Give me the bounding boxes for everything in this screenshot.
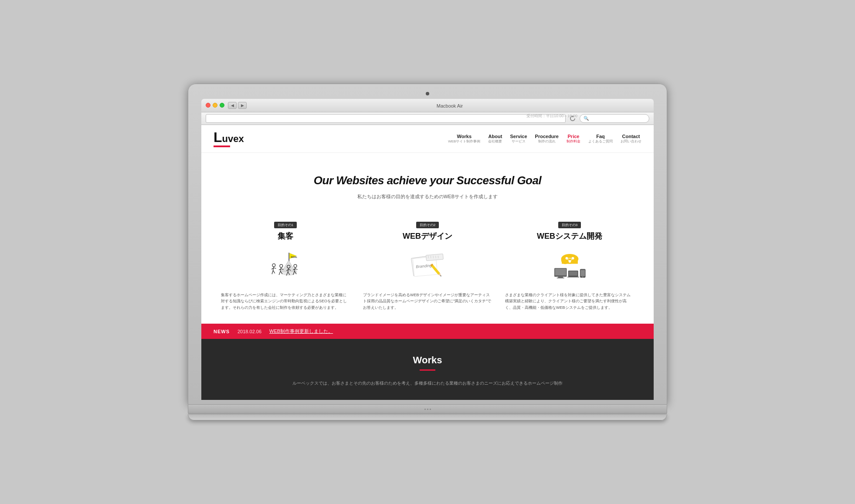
browser-titlebar: ◀ ▶ Macbook Air: [201, 99, 654, 112]
hero-title: Our Websites achieve your Successful Goa…: [210, 174, 645, 187]
nav-contact[interactable]: Contact お問い合わせ: [621, 134, 641, 144]
svg-line-13: [279, 271, 280, 275]
feature-2-title: WEBデザイン: [361, 231, 494, 241]
news-link[interactable]: WEB制作事例更新しました。: [269, 328, 333, 335]
address-bar[interactable]: [206, 114, 566, 123]
svg-rect-55: [556, 278, 564, 278]
works-section: Works ルーベックスでは、お客さまとその先のお客様のためを考え、多種多様にわ…: [201, 339, 654, 400]
feature-3-icon: [503, 247, 636, 286]
features-section: 目的その1 集客 GOAL: [201, 216, 654, 324]
svg-rect-53: [555, 269, 566, 276]
logo-bar: [214, 145, 230, 147]
logo-uvex: uvex: [222, 133, 244, 145]
laptop-base: [188, 414, 667, 420]
feature-3-desc: さまざまな業種のクライアント様を対象に提供してきた豊富なシステム構築実績と経験に…: [503, 292, 636, 311]
feature-2-badge: 目的その2: [416, 222, 439, 228]
svg-point-23: [294, 265, 297, 268]
camera-dot: [426, 92, 429, 95]
logo-area[interactable]: L uvex: [214, 130, 244, 147]
hero-section: Our Websites achieve your Successful Goa…: [201, 153, 654, 216]
works-description: ルーベックスでは、お客さまとその先のお客様のためを考え、多種多様にわたる業種のお…: [214, 379, 641, 387]
traffic-lights: [206, 103, 224, 108]
svg-line-7: [272, 271, 273, 274]
site-header: L uvex Works WEBサイト制作事例 About: [201, 125, 654, 153]
reception-notice: 受付時間：平日10:00～19:00: [526, 113, 577, 119]
nav-price[interactable]: Price 制作料金: [567, 134, 580, 144]
news-date: 2018.02.06: [238, 329, 261, 334]
svg-rect-57: [569, 271, 577, 276]
nav-service[interactable]: Service サービス: [510, 134, 527, 144]
feature-1-icon: GOAL: [219, 247, 352, 286]
svg-point-11: [279, 265, 282, 268]
svg-point-47: [571, 257, 574, 260]
svg-rect-31: [426, 254, 443, 261]
feature-2-icon: Branding: [361, 247, 494, 286]
svg-point-5: [272, 264, 275, 267]
laptop-bottom-bar: [188, 405, 667, 414]
maximize-button[interactable]: [220, 103, 224, 108]
svg-point-61: [582, 277, 583, 278]
laptop-shell: ◀ ▶ Macbook Air 受付時間：平日10:00～19:00: [188, 84, 667, 420]
news-bar: NEWS 2018.02.06 WEB制作事例更新しました。: [201, 324, 654, 339]
feature-col-2: 目的その2 WEBデザイン: [361, 220, 494, 311]
feature-3-title: WEBシステム開発: [503, 231, 636, 241]
feature-1-title: 集客: [219, 231, 352, 241]
search-input[interactable]: [580, 114, 649, 123]
svg-rect-58: [567, 277, 579, 277]
nav-procedure[interactable]: Procedure 制作の流れ: [535, 134, 559, 144]
nav-arrows: ◀ ▶: [228, 102, 247, 109]
logo-l: L: [214, 130, 222, 144]
svg-line-8: [273, 271, 275, 274]
works-underline: [420, 369, 435, 371]
feature-2-desc: ブランドイメージを高めるWEBデザインやイメージが重要なアーティスト採用の品品質…: [361, 292, 494, 311]
browser-title: Macbook Air: [437, 103, 463, 108]
nav-works[interactable]: Works WEBサイト制作事例: [448, 134, 480, 144]
nav-about[interactable]: About 会社概要: [488, 134, 502, 144]
forward-button[interactable]: ▶: [238, 102, 247, 109]
svg-rect-60: [580, 270, 585, 276]
svg-point-46: [565, 257, 568, 260]
website-content: L uvex Works WEBサイト制作事例 About: [201, 125, 654, 400]
hero-subtitle: 私たちはお客様の目的を達成するためのWEBサイトを作成します: [210, 193, 645, 200]
news-label: NEWS: [214, 329, 230, 334]
back-button[interactable]: ◀: [228, 102, 237, 109]
address-bar-row: 受付時間：平日10:00～19:00: [201, 112, 654, 125]
feature-col-3: 目的その3 WEBシステム開発: [503, 220, 636, 311]
browser-window: ◀ ▶ Macbook Air 受付時間：平日10:00～19:00: [201, 99, 654, 400]
site-nav: Works WEBサイト制作事例 About 会社概要 Service サービス: [448, 134, 641, 144]
svg-text:GOAL: GOAL: [291, 256, 297, 258]
feature-1-desc: 集客するホームページ作成には、マーケティング力とさまざまな業種に対する知識ならび…: [219, 292, 352, 311]
feature-1-badge: 目的その1: [274, 222, 297, 228]
close-button[interactable]: [206, 103, 210, 108]
feature-col-1: 目的その1 集客 GOAL: [219, 220, 352, 311]
works-title: Works: [214, 355, 641, 366]
screen-bezel: ◀ ▶ Macbook Air 受付時間：平日10:00～19:00: [188, 84, 667, 405]
nav-faq[interactable]: Faq よくあるご質問: [588, 134, 613, 144]
svg-line-10: [274, 268, 276, 269]
vent-dots: [424, 409, 431, 410]
minimize-button[interactable]: [213, 103, 217, 108]
feature-3-badge: 目的その3: [558, 222, 581, 228]
